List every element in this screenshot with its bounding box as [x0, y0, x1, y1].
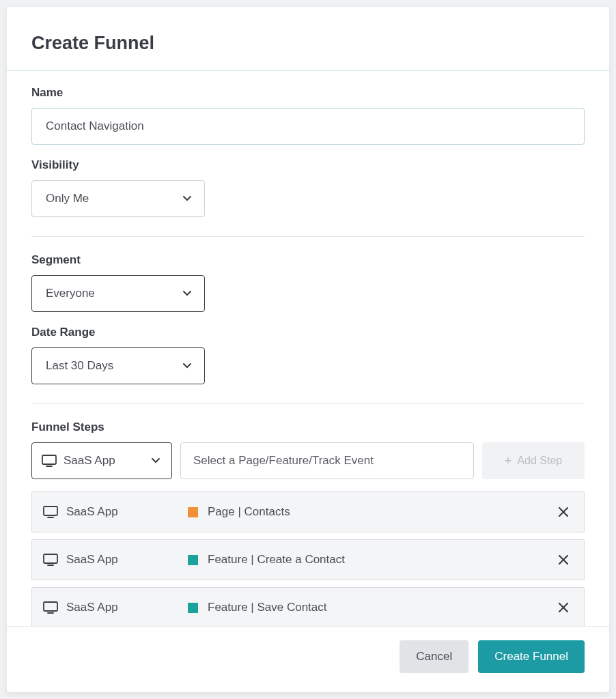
chevron-down-icon — [182, 194, 192, 203]
date-range-select[interactable]: Last 30 Days — [31, 347, 205, 384]
date-range-label: Date Range — [31, 326, 585, 339]
step-event-label: Page | Contacts — [208, 505, 290, 519]
modal-title: Create Funnel — [31, 33, 585, 54]
name-section: Name — [31, 86, 585, 145]
segment-label: Segment — [31, 253, 585, 267]
divider — [31, 403, 585, 404]
date-range-value: Last 30 Days — [46, 359, 113, 373]
step-label: Feature | Save Contact — [188, 601, 555, 614]
event-select[interactable]: Select a Page/Feature/Track Event — [180, 442, 474, 479]
funnel-step: SaaS AppFeature | Save Contact — [31, 587, 585, 626]
name-label: Name — [31, 86, 585, 100]
monitor-icon — [42, 455, 57, 467]
color-swatch — [188, 555, 198, 565]
segment-value: Everyone — [46, 287, 95, 300]
modal-body: Name Visibility Only Me Segment Everyone — [7, 71, 609, 626]
add-step-label: Add Step — [517, 455, 562, 467]
monitor-icon — [43, 601, 58, 614]
create-funnel-modal: Create Funnel Name Visibility Only Me Se… — [7, 7, 609, 692]
step-app: SaaS App — [43, 505, 188, 519]
add-step-button[interactable]: + Add Step — [482, 442, 585, 479]
visibility-label: Visibility — [31, 158, 585, 172]
plus-icon: + — [505, 454, 512, 468]
create-funnel-button[interactable]: Create Funnel — [478, 640, 585, 673]
svg-rect-6 — [44, 602, 57, 611]
visibility-section: Visibility Only Me — [31, 158, 585, 217]
segment-section: Segment Everyone — [31, 253, 585, 312]
remove-step-button[interactable] — [555, 552, 572, 568]
date-range-section: Date Range Last 30 Days — [31, 326, 585, 384]
step-app: SaaS App — [43, 553, 188, 567]
app-select[interactable]: SaaS App — [31, 442, 172, 479]
add-step-row: SaaS App Select a Page/Feature/Track Eve… — [31, 442, 585, 479]
step-app-name: SaaS App — [66, 505, 118, 519]
svg-rect-4 — [44, 554, 57, 563]
chevron-down-icon — [182, 289, 192, 298]
color-swatch — [188, 507, 198, 517]
remove-step-button[interactable] — [555, 599, 572, 616]
step-app: SaaS App — [43, 601, 188, 614]
name-input[interactable] — [31, 108, 585, 145]
funnel-steps-section: Funnel Steps SaaS App Select a Page/Feat… — [31, 420, 585, 626]
svg-rect-2 — [44, 507, 57, 515]
divider — [31, 236, 585, 237]
event-placeholder: Select a Page/Feature/Track Event — [193, 454, 374, 468]
modal-footer: Cancel Create Funnel — [7, 626, 609, 692]
color-swatch — [188, 603, 198, 613]
monitor-icon — [43, 554, 58, 566]
steps-list: SaaS AppPage | ContactsSaaS AppFeature |… — [31, 491, 585, 626]
chevron-down-icon — [151, 456, 160, 466]
segment-select[interactable]: Everyone — [31, 275, 205, 312]
step-event-label: Feature | Create a Contact — [208, 553, 345, 567]
monitor-icon — [43, 506, 58, 518]
step-event-label: Feature | Save Contact — [208, 601, 327, 614]
svg-rect-0 — [42, 455, 56, 464]
visibility-value: Only Me — [46, 192, 89, 205]
funnel-step: SaaS AppPage | Contacts — [31, 491, 585, 532]
visibility-select[interactable]: Only Me — [31, 180, 205, 217]
cancel-button[interactable]: Cancel — [400, 640, 468, 673]
step-app-name: SaaS App — [66, 553, 118, 567]
step-label: Feature | Create a Contact — [188, 553, 555, 567]
step-app-name: SaaS App — [66, 601, 118, 614]
step-label: Page | Contacts — [188, 505, 555, 519]
chevron-down-icon — [182, 361, 192, 371]
remove-step-button[interactable] — [555, 504, 572, 520]
funnel-step: SaaS AppFeature | Create a Contact — [31, 539, 585, 580]
app-select-value: SaaS App — [64, 454, 144, 468]
modal-header: Create Funnel — [7, 7, 609, 71]
funnel-steps-label: Funnel Steps — [31, 420, 585, 434]
